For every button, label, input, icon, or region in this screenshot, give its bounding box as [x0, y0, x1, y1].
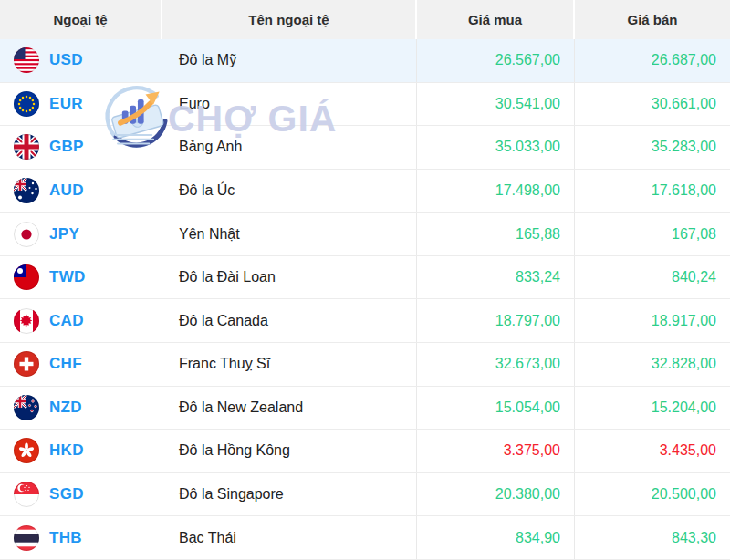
currency-row[interactable]: SGD Đô la Singapore 20.380,00 20.500,00 [0, 473, 730, 517]
currency-name: Đô la Đài Loan [179, 269, 276, 285]
currency-cell: THB [0, 516, 162, 559]
currency-name: Đô la Úc [179, 182, 235, 199]
currency-cell: HKD [0, 430, 162, 472]
sell-price-cell: 32.828,00 [575, 343, 730, 386]
currency-code[interactable]: JPY [49, 225, 79, 244]
currency-cell: EUR [0, 83, 162, 126]
currency-code[interactable]: GBP [49, 138, 84, 156]
currency-code[interactable]: HKD [49, 441, 84, 460]
currency-name-cell: Đô la Hồng Kông [162, 430, 417, 472]
currency-code[interactable]: USD [49, 51, 83, 69]
currency-name-cell: Đô la Canada [162, 299, 417, 342]
col-header-currency-name: Tên ngoại tệ [162, 0, 417, 39]
currency-name: Bạc Thái [179, 530, 236, 546]
currency-name: Đô la Mỹ [179, 52, 236, 68]
buy-price: 26.567,00 [495, 52, 560, 68]
sell-price: 3.435,00 [660, 442, 716, 459]
sell-price-cell: 840,24 [575, 256, 730, 299]
currency-name: Euro [179, 96, 210, 112]
currency-code[interactable]: THB [49, 529, 82, 547]
currency-code[interactable]: AUD [49, 181, 84, 200]
buy-price: 15.054,00 [495, 399, 560, 416]
currency-row[interactable]: HKD Đô la Hồng Kông 3.375,00 3.435,00 [0, 430, 730, 473]
currency-name: Đô la New Zealand [179, 399, 303, 416]
sell-price-cell: 843,30 [575, 516, 730, 559]
sell-price-cell: 18.917,00 [575, 299, 730, 342]
sg-flag-icon [14, 482, 39, 507]
hk-flag-icon [14, 438, 39, 463]
currency-name-cell: Đô la New Zealand [162, 387, 417, 430]
currency-code[interactable]: EUR [49, 95, 83, 113]
sell-price: 30.661,00 [652, 96, 716, 112]
buy-price-cell: 833,24 [417, 256, 575, 299]
sell-price-cell: 26.687,00 [575, 39, 730, 82]
ca-flag-icon [14, 308, 39, 334]
currency-name-cell: Bảng Anh [162, 126, 417, 169]
sell-price: 26.687,00 [652, 52, 716, 68]
buy-price-cell: 834,90 [417, 516, 575, 559]
table-body: USD Đô la Mỹ 26.567,00 26.687,00 EUR Eur… [0, 39, 730, 560]
table-header: Ngoại tệ Tên ngoại tệ Giá mua Giá bán [0, 0, 730, 39]
currency-row[interactable]: USD Đô la Mỹ 26.567,00 26.687,00 [0, 39, 730, 83]
currency-code[interactable]: NZD [49, 399, 82, 417]
sell-price-cell: 17.618,00 [575, 170, 730, 213]
sell-price: 35.283,00 [652, 139, 716, 155]
currency-name: Đô la Singapore [179, 486, 284, 503]
buy-price-cell: 20.380,00 [417, 473, 575, 516]
currency-code[interactable]: CHF [49, 355, 82, 373]
currency-name: Đô la Canada [179, 313, 268, 329]
sell-price: 32.828,00 [652, 356, 716, 372]
currency-row[interactable]: GBP Bảng Anh 35.033,00 35.283,00 [0, 126, 730, 170]
currency-name: Bảng Anh [179, 139, 242, 155]
sell-price: 840,24 [672, 269, 716, 285]
col-header-sell-price: Giá bán [575, 0, 730, 39]
currency-cell: GBP [0, 126, 162, 169]
buy-price: 165,88 [516, 226, 560, 243]
currency-row[interactable]: EUR Euro 30.541,00 30.661,00 [0, 83, 730, 127]
exchange-rate-table: Ngoại tệ Tên ngoại tệ Giá mua Giá bán US… [0, 0, 730, 560]
currency-row[interactable]: NZD Đô la New Zealand 15.054,00 15.204,0… [0, 387, 730, 430]
eu-flag-icon [14, 91, 39, 117]
buy-price: 3.375,00 [504, 442, 560, 459]
currency-row[interactable]: CHF Franc Thuỵ Sĩ 32.673,00 32.828,00 [0, 343, 730, 387]
sell-price: 843,30 [672, 530, 716, 546]
currency-row[interactable]: TWD Đô la Đài Loan 833,24 840,24 [0, 256, 730, 300]
currency-row[interactable]: AUD Đô la Úc 17.498,00 17.618,00 [0, 170, 730, 213]
sell-price-cell: 3.435,00 [575, 430, 730, 472]
buy-price-cell: 15.054,00 [417, 387, 575, 430]
buy-price: 20.380,00 [495, 486, 560, 503]
currency-code[interactable]: CAD [49, 312, 84, 330]
sell-price-cell: 20.500,00 [575, 473, 730, 516]
currency-row[interactable]: JPY Yên Nhật 165,88 167,08 [0, 213, 730, 256]
th-flag-icon [14, 525, 39, 551]
buy-price-cell: 32.673,00 [417, 343, 575, 386]
currency-name-cell: Đô la Singapore [162, 473, 417, 516]
buy-price: 35.033,00 [495, 139, 560, 155]
currency-cell: CAD [0, 299, 162, 342]
sell-price-cell: 167,08 [575, 213, 730, 255]
buy-price-cell: 17.498,00 [417, 170, 575, 213]
currency-cell: CHF [0, 343, 162, 386]
currency-cell: NZD [0, 387, 162, 430]
currency-code[interactable]: TWD [49, 268, 86, 286]
currency-row[interactable]: CAD Đô la Canada 18.797,00 18.917,00 [0, 299, 730, 343]
currency-name: Đô la Hồng Kông [179, 442, 290, 459]
sell-price: 20.500,00 [652, 486, 716, 503]
currency-name: Yên Nhật [179, 226, 240, 243]
currency-row[interactable]: THB Bạc Thái 834,90 843,30 [0, 516, 730, 560]
currency-name-cell: Euro [162, 83, 417, 126]
au-flag-icon [14, 178, 39, 203]
buy-price: 32.673,00 [495, 356, 560, 372]
gb-flag-icon [14, 134, 39, 160]
currency-cell: JPY [0, 213, 162, 255]
sell-price-cell: 35.283,00 [575, 126, 730, 169]
col-header-currency: Ngoại tệ [0, 0, 162, 39]
sell-price: 17.618,00 [652, 182, 716, 199]
currency-name-cell: Yên Nhật [162, 213, 417, 255]
sell-price: 18.917,00 [652, 313, 716, 329]
currency-code[interactable]: SGD [49, 485, 84, 503]
currency-cell: TWD [0, 256, 162, 299]
buy-price-cell: 26.567,00 [417, 39, 575, 82]
ch-flag-icon [14, 351, 39, 377]
nz-flag-icon [14, 395, 39, 420]
